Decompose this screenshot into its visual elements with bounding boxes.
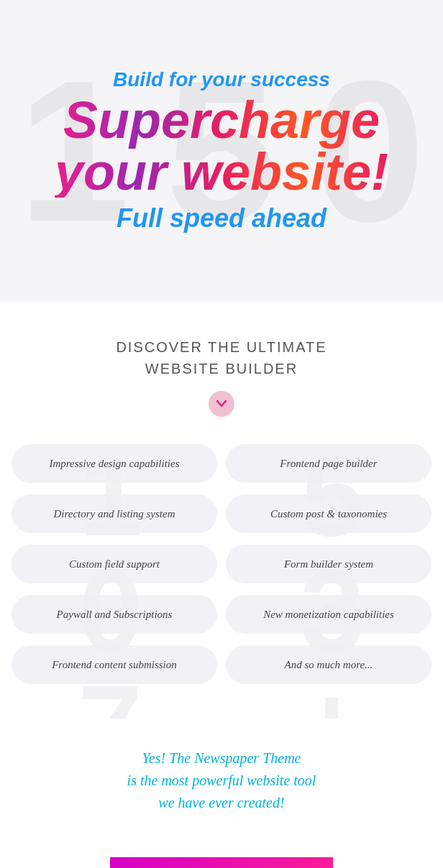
feature-item-5: Custom field support: [12, 545, 217, 583]
feature-item-6: Form builder system: [226, 545, 431, 583]
features-section: 1 5 0 3 7 + Impressive design capabiliti…: [0, 438, 443, 719]
testimonial-line2: is the most powerful website tool: [127, 772, 316, 788]
feature-item-10: And so much more...: [226, 645, 431, 684]
hero-section: 1 5 0 Build for your success Supercharge…: [0, 0, 443, 302]
feature-item-4: Custom post & taxonomies: [226, 494, 431, 533]
headline-line2: your website!: [55, 143, 388, 200]
feature-item-1: Impressive design capabilities: [12, 444, 217, 483]
features-grid: Impressive design capabilities Frontend …: [7, 438, 436, 690]
chevron-down-button[interactable]: [209, 391, 234, 417]
feature-item-7: Paywall and Subscriptions: [12, 595, 217, 634]
testimonial-line1: Yes! The Newspaper Theme: [142, 750, 301, 766]
chevron-svg: [216, 400, 227, 407]
headline-line1: Supercharge: [63, 91, 380, 149]
hero-tagline-bottom: Full speed ahead: [55, 203, 388, 234]
feature-item-2: Frontend page builder: [226, 444, 431, 483]
feature-item-8: New monetization capabilities: [226, 595, 431, 634]
hero-tagline-top: Build for your success: [55, 68, 388, 91]
testimonial-section: Yes! The Newspaper Theme is the most pow…: [0, 719, 443, 850]
testimonial-line3: we have ever created!: [158, 795, 284, 811]
testimonial-text: Yes! The Newspaper Theme is the most pow…: [29, 747, 414, 814]
cta-button[interactable]: SEE WHAT'S NEW IN v. 12: [110, 857, 333, 868]
feature-item-9: Frontend content submission: [12, 645, 217, 684]
discover-line2: WEBSITE BUILDER: [145, 361, 298, 377]
hero-content: Build for your success Supercharge your …: [55, 68, 388, 234]
cta-section: SEE WHAT'S NEW IN v. 12: [0, 850, 443, 868]
discover-line1: DISCOVER THE ULTIMATE: [116, 339, 326, 355]
feature-item-3: Directory and listing system: [12, 494, 217, 533]
hero-headline: Supercharge your website!: [55, 94, 388, 198]
discover-section: DISCOVER THE ULTIMATE WEBSITE BUILDER ❮❯: [0, 302, 443, 438]
discover-title: DISCOVER THE ULTIMATE WEBSITE BUILDER: [14, 336, 429, 379]
